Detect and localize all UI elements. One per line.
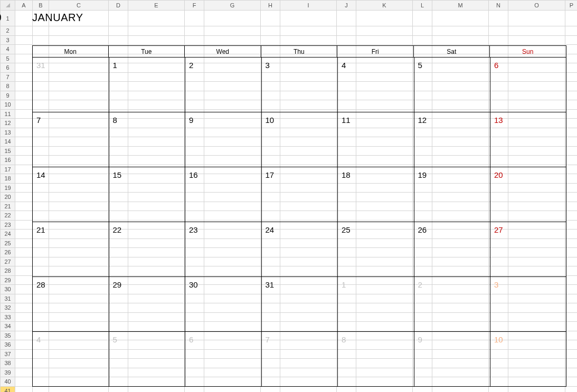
cell[interactable] [185,82,204,91]
cell[interactable] [185,257,204,266]
cell[interactable] [15,26,33,36]
cell[interactable] [261,248,280,257]
cell[interactable] [337,45,356,54]
cell[interactable] [204,331,261,340]
cell[interactable] [356,137,413,147]
cell[interactable] [280,109,337,119]
cell[interactable] [489,100,508,110]
cell[interactable] [432,183,489,193]
row-header-4[interactable]: 4 [1,45,15,54]
cell[interactable] [413,91,432,100]
cell[interactable] [356,359,413,368]
cell[interactable] [337,368,356,377]
cell[interactable] [413,165,432,174]
cell[interactable] [261,349,280,359]
cell[interactable] [413,220,432,230]
cell[interactable] [356,211,413,221]
cell[interactable] [489,377,508,387]
cell[interactable] [204,257,261,266]
cell[interactable] [15,72,33,82]
cell[interactable] [280,303,337,313]
cell[interactable] [15,230,33,239]
cell[interactable] [280,266,337,276]
col-header-E[interactable]: E [128,1,185,11]
cell[interactable] [356,54,413,63]
row-header-32[interactable]: 32 [1,303,15,313]
cell[interactable] [204,26,261,36]
cell[interactable] [261,386,280,392]
row-header-15[interactable]: 15 [1,146,15,156]
cell[interactable] [15,377,33,387]
col-header-C[interactable]: C [49,1,109,11]
cell[interactable] [204,377,261,387]
cell[interactable] [432,386,489,392]
cell[interactable] [356,91,413,100]
cell[interactable] [432,174,489,184]
cell[interactable] [489,275,508,285]
cell[interactable] [489,26,508,36]
row-header-29[interactable]: 29 [1,275,15,285]
cell[interactable] [356,35,413,45]
cell[interactable] [413,100,432,110]
cell[interactable] [508,174,565,184]
cell[interactable] [109,146,128,156]
cell[interactable] [508,322,565,331]
cell[interactable] [508,45,565,54]
cell[interactable] [489,109,508,119]
cell[interactable] [15,202,33,211]
cell[interactable] [280,230,337,239]
cell[interactable] [33,156,49,165]
cell[interactable] [185,11,204,26]
cell[interactable] [508,359,565,368]
cell[interactable] [261,340,280,350]
cell[interactable] [356,156,413,165]
cell[interactable] [109,156,128,165]
cell[interactable] [508,248,565,257]
row-header-3[interactable]: 3 [1,35,15,45]
cell[interactable] [280,359,337,368]
col-header-O[interactable]: O [508,1,565,11]
cell[interactable] [128,165,185,174]
cell[interactable] [489,137,508,147]
cell[interactable] [508,72,565,82]
cell[interactable] [33,386,49,392]
cell[interactable] [413,368,432,377]
cell[interactable] [33,322,49,331]
cell[interactable] [280,285,337,294]
cell[interactable] [413,359,432,368]
cell[interactable] [204,303,261,313]
cell[interactable] [565,202,578,211]
cell[interactable] [356,165,413,174]
cell[interactable] [185,312,204,322]
cell[interactable] [356,368,413,377]
cell[interactable] [489,119,508,128]
cell[interactable] [356,312,413,322]
cell[interactable] [261,238,280,248]
cell[interactable] [508,294,565,303]
cell[interactable] [432,82,489,91]
cell[interactable] [109,109,128,119]
cell[interactable] [261,220,280,230]
cell[interactable] [337,146,356,156]
cell[interactable] [489,266,508,276]
cell[interactable] [280,146,337,156]
cell[interactable] [109,266,128,276]
cell[interactable] [33,303,49,313]
cell[interactable] [489,165,508,174]
cell[interactable] [489,72,508,82]
cell[interactable] [261,119,280,128]
cell[interactable] [15,312,33,322]
cell[interactable] [261,54,280,63]
cell[interactable] [49,275,109,285]
row-header-16[interactable]: 16 [1,156,15,165]
cell[interactable] [489,128,508,137]
cell[interactable] [15,368,33,377]
cell[interactable] [413,45,432,54]
cell[interactable] [280,368,337,377]
cell[interactable] [33,35,49,45]
cell[interactable] [185,331,204,340]
cell[interactable] [565,377,578,387]
cell[interactable] [185,63,204,73]
cell[interactable] [261,331,280,340]
cell[interactable] [128,63,185,73]
